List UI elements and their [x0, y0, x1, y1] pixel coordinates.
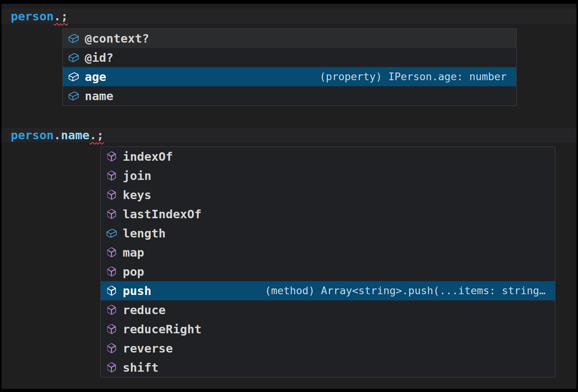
screenshot-frame: person.; @context? @id? age (property) I… [0, 0, 578, 392]
suggest-item-label: indexOf [123, 147, 173, 166]
suggest-item-reverse[interactable]: reverse [101, 339, 555, 358]
suggest-item-label: map [123, 243, 144, 262]
suggest-item-label: reduce [123, 300, 166, 320]
suggest-item-label: shift [123, 358, 158, 377]
code-token: . [54, 128, 61, 142]
symbol-method-icon [106, 247, 117, 258]
suggest-item-shift[interactable]: shift [101, 358, 555, 377]
code-token-error: . [54, 9, 61, 23]
suggest-item-age-selected[interactable]: age (property) IPerson.age: number [63, 67, 516, 86]
suggest-item-label: keys [123, 185, 151, 204]
suggest-item-detail: (method) Array<string>.push(...items: st… [265, 281, 546, 300]
code-line-2[interactable]: person.name.; [2, 127, 576, 143]
suggest-item-length[interactable]: length [101, 224, 555, 243]
symbol-field-icon [68, 52, 79, 63]
code-token: person [11, 9, 54, 23]
suggest-item-label: reduceRight [123, 320, 201, 339]
symbol-method-icon [106, 189, 117, 201]
symbol-method-icon [106, 285, 117, 296]
symbol-method-icon [106, 170, 117, 181]
suggest-item-label: length [123, 224, 166, 243]
symbol-field-icon [68, 33, 79, 44]
suggest-item-reduce[interactable]: reduce [101, 300, 555, 320]
suggest-item-label: reverse [123, 339, 173, 358]
suggest-item-label: lastIndexOf [123, 204, 201, 224]
symbol-method-icon [106, 151, 117, 162]
suggest-item-map[interactable]: map [101, 243, 555, 262]
code-token-error: ; [97, 128, 104, 142]
suggest-item-label: age [85, 67, 106, 86]
suggest-item-indexof[interactable]: indexOf [101, 147, 555, 166]
suggest-item-detail: (property) IPerson.age: number [319, 67, 507, 86]
symbol-method-icon [106, 208, 117, 220]
suggest-item-label: @context? [85, 29, 149, 48]
suggest-item-label: join [123, 166, 151, 185]
suggest-item-label: @id? [85, 48, 114, 67]
suggest-item-id[interactable]: @id? [63, 48, 516, 67]
symbol-method-icon [106, 343, 117, 354]
suggest-item-lastindexof[interactable]: lastIndexOf [101, 204, 555, 224]
code-token-error: . [89, 128, 97, 142]
symbol-field-icon [68, 71, 79, 82]
code-token-error: ; [61, 9, 68, 23]
suggest-item-label: name [85, 86, 114, 105]
suggest-item-name[interactable]: name [63, 86, 516, 105]
suggest-item-join[interactable]: join [101, 166, 555, 185]
code-line-1[interactable]: person.; [2, 8, 576, 24]
suggest-item-context[interactable]: @context? [63, 29, 516, 48]
suggest-item-keys[interactable]: keys [101, 185, 555, 204]
symbol-method-icon [106, 362, 117, 373]
suggest-item-label: push [123, 281, 151, 300]
suggest-widget-properties: @context? @id? age (property) IPerson.ag… [63, 28, 517, 106]
symbol-method-icon [106, 266, 117, 277]
symbol-method-icon [106, 323, 117, 335]
suggest-item-label: pop [123, 262, 144, 281]
code-token: name [61, 128, 90, 142]
symbol-field-icon [68, 90, 79, 102]
suggest-item-pop[interactable]: pop [101, 262, 555, 281]
suggest-widget-methods: indexOf join keys lastIndexOf length map [100, 147, 555, 377]
suggest-item-push-selected[interactable]: push (method) Array<string>.push(...item… [101, 281, 555, 300]
symbol-method-icon [106, 304, 117, 316]
code-editor[interactable]: person.; @context? @id? age (property) I… [2, 4, 576, 389]
symbol-field-icon [106, 227, 117, 239]
suggest-item-reduceright[interactable]: reduceRight [101, 320, 555, 339]
code-token: person [11, 128, 54, 142]
